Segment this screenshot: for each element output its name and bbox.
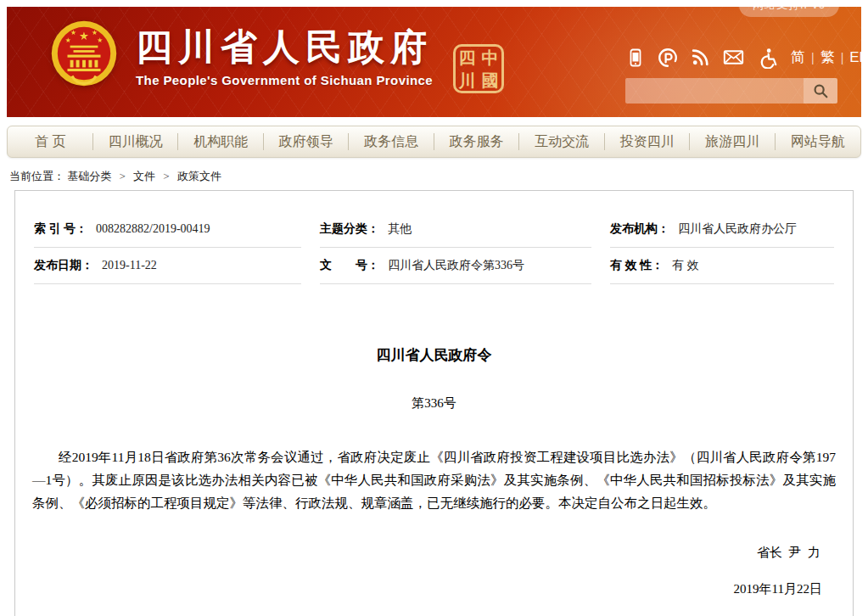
nav-item-leaders[interactable]: 政府领导	[264, 126, 350, 157]
meta-label: 索 引 号：	[34, 221, 87, 237]
header-icon-row: 简 | 繁 | EN	[625, 46, 837, 69]
nav-item-functions[interactable]: 机构职能	[178, 126, 264, 157]
breadcrumb: 当前位置： 基础分类 > 文件 > 政策文件	[9, 169, 861, 184]
seal-char: 國	[479, 70, 501, 92]
breadcrumb-separator: >	[163, 170, 169, 182]
nav-item-sitemap[interactable]: 网站导航	[776, 126, 861, 157]
language-switcher: 简 | 繁 | EN	[791, 48, 868, 67]
seal-char: 四	[456, 47, 479, 70]
nav-item-overview[interactable]: 四川概况	[93, 126, 179, 157]
meta-value: 008282882/2019-00419	[96, 222, 210, 236]
lang-separator: |	[811, 51, 815, 64]
site-logo-link[interactable]: ★ ★ ★ ★ ★ 四川省人民政府	[51, 20, 504, 93]
meta-publish-date: 发布日期： 2019-11-22	[34, 248, 301, 284]
seal-char: 中	[479, 47, 501, 70]
svg-text:★: ★	[65, 36, 71, 44]
meta-value: 有 效	[672, 258, 699, 273]
svg-text:★: ★	[97, 36, 103, 44]
seal-char: 川	[456, 70, 479, 92]
site-titles: 四川省人民政府 The People's Government of Sichu…	[136, 20, 433, 87]
meta-value: 四川省人民政府办公厅	[678, 221, 797, 237]
ipv6-badge: 网站支持IPv6	[739, 0, 839, 17]
meta-label: 发布日期：	[34, 258, 93, 273]
nav-item-interact[interactable]: 互动交流	[519, 126, 605, 157]
document-meta-table: 索 引 号： 008282882/2019-00419 主题分类： 其他 发布机…	[32, 211, 836, 284]
national-emblem-icon: ★ ★ ★ ★ ★	[51, 20, 117, 87]
p-media-icon[interactable]	[657, 47, 679, 69]
breadcrumb-link-policy[interactable]: 政策文件	[177, 170, 221, 182]
meta-issuing-agency: 发布机构： 四川省人民政府办公厅	[610, 211, 834, 248]
search-input[interactable]	[625, 78, 804, 104]
nav-item-info[interactable]: 政务信息	[349, 126, 434, 157]
document-body: 经2019年11月18日省政府第36次常务会议通过，省政府决定废止《四川省政府投…	[32, 445, 836, 514]
breadcrumb-label: 当前位置：	[9, 170, 64, 182]
accessibility-icon[interactable]	[756, 47, 778, 69]
site-title: 四川省人民政府	[136, 27, 433, 67]
meta-index-number: 索 引 号： 008282882/2019-00419	[34, 211, 301, 248]
meta-label: 有 效 性：	[610, 258, 664, 273]
site-header: 网站支持IPv6 ★ ★ ★ ★ ★	[7, 7, 861, 117]
lang-english-link[interactable]: EN	[849, 49, 868, 66]
document-date: 2019年11月22日	[32, 581, 836, 597]
document-signature: 省长 尹 力	[32, 545, 836, 561]
china-sichuan-seal-icon: 四 中 川 國	[453, 44, 504, 93]
document-title: 四川省人民政府令	[32, 345, 836, 365]
lang-traditional-link[interactable]: 繁	[820, 48, 835, 67]
meta-doc-number: 文 号： 四川省人民政府令第336号	[320, 248, 591, 284]
mobile-app-icon[interactable]	[625, 48, 646, 68]
meta-label: 发布机构：	[610, 221, 669, 237]
rss-icon[interactable]	[690, 47, 711, 68]
breadcrumb-link-category[interactable]: 基础分类	[67, 170, 111, 182]
meta-topic-category: 主题分类： 其他	[320, 211, 591, 248]
site-subtitle: The People's Government of Sichuan Provi…	[136, 73, 433, 87]
mail-icon[interactable]	[722, 46, 745, 69]
search-button[interactable]	[804, 78, 837, 104]
search-bar	[625, 78, 837, 104]
meta-label: 主题分类：	[320, 221, 379, 237]
breadcrumb-link-files[interactable]: 文件	[133, 170, 155, 182]
document-panel: 索 引 号： 008282882/2019-00419 主题分类： 其他 发布机…	[14, 190, 854, 616]
header-tools: 简 | 繁 | EN	[625, 46, 837, 104]
nav-item-travel[interactable]: 旅游四川	[690, 126, 776, 157]
meta-value: 四川省人民政府令第336号	[388, 258, 524, 273]
meta-value: 2019-11-22	[102, 259, 157, 272]
nav-item-invest[interactable]: 投资四川	[605, 126, 691, 157]
svg-text:★: ★	[79, 30, 89, 42]
main-nav: 首 页 四川概况 机构职能 政府领导 政务信息 政务服务 互动交流 投资四川 旅…	[7, 126, 861, 158]
meta-label: 文 号：	[320, 258, 379, 273]
nav-item-home[interactable]: 首 页	[8, 126, 93, 157]
lang-separator: |	[841, 51, 844, 64]
svg-text:★: ★	[70, 29, 76, 36]
breadcrumb-separator: >	[120, 170, 126, 182]
meta-validity: 有 效 性： 有 效	[610, 248, 834, 284]
page: 网站支持IPv6 ★ ★ ★ ★ ★	[0, 0, 868, 616]
document-number: 第336号	[32, 395, 836, 412]
nav-item-services[interactable]: 政务服务	[434, 126, 520, 157]
search-icon	[811, 81, 830, 100]
lang-simplified-link[interactable]: 简	[791, 48, 805, 67]
svg-text:★: ★	[92, 29, 98, 36]
meta-value: 其他	[388, 221, 412, 237]
